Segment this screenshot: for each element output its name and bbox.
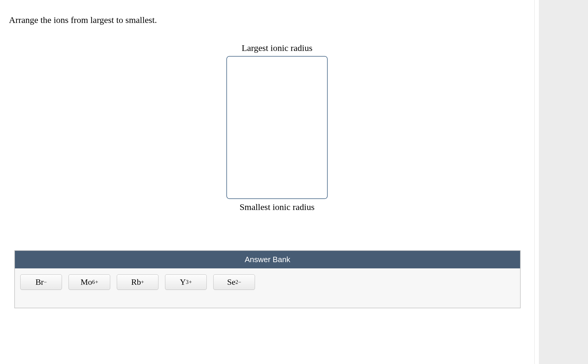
smallest-label: Smallest ionic radius	[239, 202, 315, 212]
answer-bank-body: Br− Mo6 + Rb+ Y3 + Se2−	[15, 268, 520, 308]
answer-bank-title: Answer Bank	[15, 251, 520, 268]
ion-element: Se	[227, 277, 235, 287]
right-sidebar	[534, 0, 588, 364]
ion-charge-sign: +	[189, 279, 192, 285]
ion-charge-sign: −	[238, 279, 241, 285]
ion-charge-num: 3	[186, 279, 189, 285]
ion-element: Br	[35, 277, 44, 287]
ion-charge-sign: +	[141, 279, 144, 285]
ion-element: Rb	[131, 277, 141, 287]
ion-charge-sign: +	[95, 279, 98, 285]
right-sidebar-divider	[535, 0, 539, 364]
ion-element: Y	[180, 277, 186, 287]
question-text: Arrange the ions from largest to smalles…	[9, 15, 519, 25]
largest-label: Largest ionic radius	[242, 43, 312, 53]
ion-tile-se[interactable]: Se2−	[213, 274, 255, 290]
ion-tile-mo[interactable]: Mo6 +	[69, 274, 110, 290]
question-panel: Arrange the ions from largest to smalles…	[0, 0, 528, 364]
ion-tile-y[interactable]: Y3 +	[165, 274, 207, 290]
ranking-container: Largest ionic radius Smallest ionic radi…	[217, 43, 337, 212]
ion-tile-rb[interactable]: Rb+	[117, 274, 158, 290]
ion-element: Mo	[80, 277, 92, 287]
ion-charge-sign: −	[44, 279, 47, 285]
answer-bank: Answer Bank Br− Mo6 + Rb+ Y3 + Se2−	[14, 250, 521, 308]
ion-charge-num: 6	[92, 279, 95, 285]
ion-tile-br[interactable]: Br−	[20, 274, 62, 290]
ranking-drop-zone[interactable]	[226, 56, 328, 199]
